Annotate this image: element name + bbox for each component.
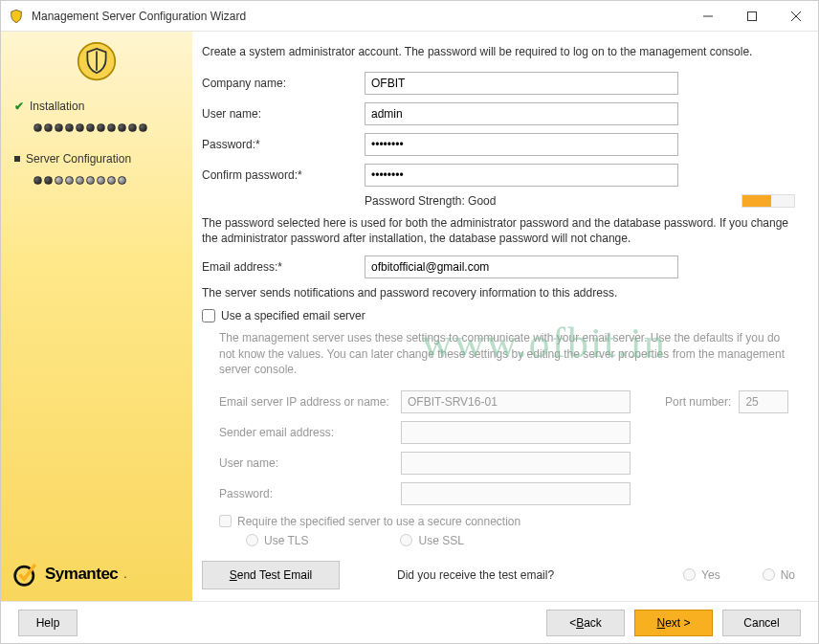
password-label: Password:* (202, 138, 365, 151)
password-note: The password selected here is used for b… (202, 215, 795, 246)
no-label: No (781, 568, 795, 582)
cancel-button[interactable]: Cancel (722, 610, 801, 636)
no-radio[interactable] (763, 568, 775, 581)
port-label: Port number: (665, 395, 731, 409)
company-label: Company name: (202, 77, 365, 90)
sender-label: Sender email address: (219, 426, 393, 439)
step-installation: ✔ Installation (12, 95, 181, 118)
main-panel: Create a system administrator account. T… (192, 32, 818, 601)
ip-label: Email server IP address or name: (219, 395, 393, 409)
back-button[interactable]: < Back (546, 610, 625, 636)
server-progress-dots (12, 170, 181, 200)
username-input[interactable] (365, 102, 678, 125)
use-tls-label: Use TLS (264, 534, 308, 547)
smtp-user-input[interactable] (401, 452, 631, 475)
next-button[interactable]: Next > (634, 610, 713, 636)
email-input[interactable] (365, 255, 678, 278)
symantec-logo: Symantec. (12, 551, 181, 591)
confirm-label: Confirm password:* (202, 168, 365, 182)
use-ssl-label: Use SSL (418, 534, 463, 547)
specified-note: The management server uses these setting… (219, 330, 795, 377)
window-buttons (686, 1, 818, 32)
password-input[interactable] (365, 133, 678, 156)
ip-input[interactable] (401, 390, 631, 413)
specified-server-group: The management server uses these setting… (202, 330, 795, 547)
smtp-user-label: User name: (219, 456, 393, 470)
sender-input[interactable] (401, 421, 631, 444)
email-label: Email address:* (202, 260, 365, 274)
step-label: Installation (30, 100, 84, 113)
window-title: Management Server Configuration Wizard (32, 10, 686, 23)
step-server-configuration: Server Configuration (12, 147, 181, 170)
yes-label: Yes (701, 568, 720, 582)
step-label: Server Configuration (26, 152, 131, 166)
symantec-check-icon (12, 561, 39, 588)
footer: Help < Back Next > Cancel (1, 601, 818, 643)
require-secure-checkbox[interactable] (219, 515, 232, 527)
require-secure-label: Require the specified server to use a se… (237, 515, 520, 528)
password-strength-bar (742, 194, 795, 208)
use-tls-radio[interactable] (246, 534, 258, 546)
brand-text: Symantec (45, 565, 118, 584)
send-test-email-button[interactable]: Send Test Email (202, 561, 340, 589)
minimize-button[interactable] (686, 1, 730, 32)
smtp-pass-label: Password: (219, 487, 393, 500)
company-input[interactable] (365, 72, 678, 95)
email-note: The server sends notifications and passw… (202, 286, 795, 300)
svg-rect-1 (748, 11, 757, 20)
use-specified-server-checkbox[interactable] (202, 309, 215, 322)
maximize-button[interactable] (730, 1, 774, 32)
confirm-password-input[interactable] (365, 164, 678, 187)
brand-dot: . (123, 567, 126, 581)
app-shield-icon (9, 9, 24, 24)
intro-text: Create a system administrator account. T… (202, 45, 795, 58)
port-input[interactable] (739, 390, 788, 413)
receive-question: Did you receive the test email? (397, 568, 554, 582)
yes-radio[interactable] (683, 568, 696, 581)
shield-icon (77, 41, 117, 81)
installation-progress-dots (12, 118, 181, 147)
titlebar: Management Server Configuration Wizard (1, 1, 818, 32)
use-ssl-radio[interactable] (400, 534, 412, 546)
password-strength-label: Password Strength: Good (365, 194, 496, 208)
check-icon: ✔ (14, 100, 24, 113)
bullet-icon (14, 156, 20, 162)
close-button[interactable] (774, 1, 818, 32)
use-specified-server-label: Use a specified email server (221, 309, 365, 322)
smtp-pass-input[interactable] (401, 482, 631, 505)
sidebar: ✔ Installation Server Configuration Syma… (1, 32, 192, 601)
user-label: User name: (202, 107, 365, 121)
help-button[interactable]: Help (18, 610, 77, 636)
